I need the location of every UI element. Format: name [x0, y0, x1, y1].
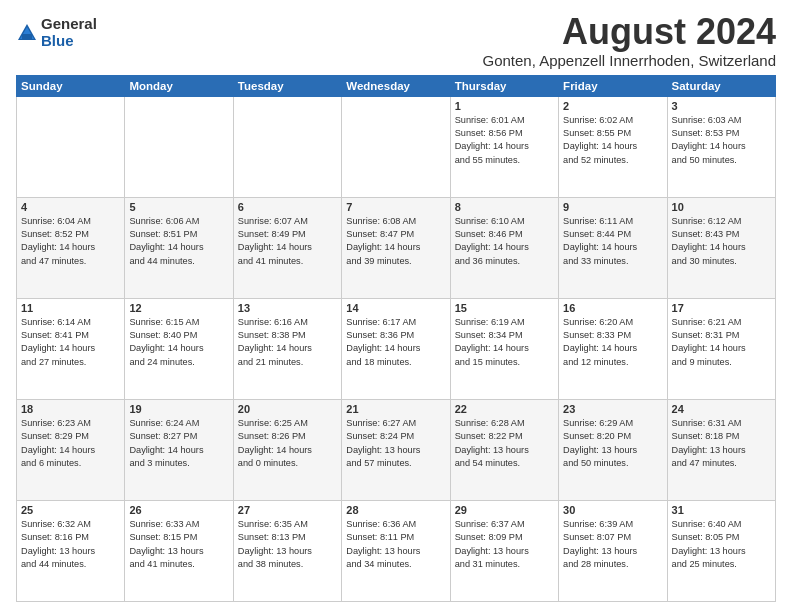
day-info: Sunrise: 6:37 AM Sunset: 8:09 PM Dayligh…: [455, 518, 554, 571]
day-number: 15: [455, 302, 554, 314]
day-number: 28: [346, 504, 445, 516]
day-cell: 27Sunrise: 6:35 AM Sunset: 8:13 PM Dayli…: [233, 500, 341, 601]
day-info: Sunrise: 6:17 AM Sunset: 8:36 PM Dayligh…: [346, 316, 445, 369]
day-header-thursday: Thursday: [450, 75, 558, 96]
logo-blue: Blue: [41, 33, 97, 50]
day-info: Sunrise: 6:29 AM Sunset: 8:20 PM Dayligh…: [563, 417, 662, 470]
day-number: 4: [21, 201, 120, 213]
day-number: 13: [238, 302, 337, 314]
location-title: Gonten, Appenzell Innerrhoden, Switzerla…: [482, 52, 776, 69]
calendar: SundayMondayTuesdayWednesdayThursdayFrid…: [16, 75, 776, 602]
day-number: 25: [21, 504, 120, 516]
day-info: Sunrise: 6:39 AM Sunset: 8:07 PM Dayligh…: [563, 518, 662, 571]
day-cell: 2Sunrise: 6:02 AM Sunset: 8:55 PM Daylig…: [559, 96, 667, 197]
day-info: Sunrise: 6:28 AM Sunset: 8:22 PM Dayligh…: [455, 417, 554, 470]
header-row: SundayMondayTuesdayWednesdayThursdayFrid…: [17, 75, 776, 96]
day-number: 18: [21, 403, 120, 415]
day-info: Sunrise: 6:03 AM Sunset: 8:53 PM Dayligh…: [672, 114, 771, 167]
day-info: Sunrise: 6:25 AM Sunset: 8:26 PM Dayligh…: [238, 417, 337, 470]
day-info: Sunrise: 6:10 AM Sunset: 8:46 PM Dayligh…: [455, 215, 554, 268]
day-number: 14: [346, 302, 445, 314]
header: General Blue August 2024 Gonten, Appenze…: [16, 12, 776, 69]
day-cell: 13Sunrise: 6:16 AM Sunset: 8:38 PM Dayli…: [233, 298, 341, 399]
day-info: Sunrise: 6:15 AM Sunset: 8:40 PM Dayligh…: [129, 316, 228, 369]
svg-rect-2: [22, 34, 32, 39]
day-cell: 30Sunrise: 6:39 AM Sunset: 8:07 PM Dayli…: [559, 500, 667, 601]
logo: General Blue: [16, 16, 97, 49]
day-number: 5: [129, 201, 228, 213]
page: General Blue August 2024 Gonten, Appenze…: [0, 0, 792, 612]
day-cell: 18Sunrise: 6:23 AM Sunset: 8:29 PM Dayli…: [17, 399, 125, 500]
day-cell: 1Sunrise: 6:01 AM Sunset: 8:56 PM Daylig…: [450, 96, 558, 197]
week-row-3: 18Sunrise: 6:23 AM Sunset: 8:29 PM Dayli…: [17, 399, 776, 500]
day-info: Sunrise: 6:08 AM Sunset: 8:47 PM Dayligh…: [346, 215, 445, 268]
week-row-0: 1Sunrise: 6:01 AM Sunset: 8:56 PM Daylig…: [17, 96, 776, 197]
day-number: 21: [346, 403, 445, 415]
day-cell: 23Sunrise: 6:29 AM Sunset: 8:20 PM Dayli…: [559, 399, 667, 500]
day-cell: [233, 96, 341, 197]
logo-icon: [16, 22, 38, 44]
day-cell: 3Sunrise: 6:03 AM Sunset: 8:53 PM Daylig…: [667, 96, 775, 197]
logo-text: General Blue: [41, 16, 97, 49]
day-info: Sunrise: 6:07 AM Sunset: 8:49 PM Dayligh…: [238, 215, 337, 268]
day-cell: 12Sunrise: 6:15 AM Sunset: 8:40 PM Dayli…: [125, 298, 233, 399]
day-cell: 9Sunrise: 6:11 AM Sunset: 8:44 PM Daylig…: [559, 197, 667, 298]
day-cell: 8Sunrise: 6:10 AM Sunset: 8:46 PM Daylig…: [450, 197, 558, 298]
day-header-saturday: Saturday: [667, 75, 775, 96]
day-cell: 28Sunrise: 6:36 AM Sunset: 8:11 PM Dayli…: [342, 500, 450, 601]
day-cell: 4Sunrise: 6:04 AM Sunset: 8:52 PM Daylig…: [17, 197, 125, 298]
day-cell: 6Sunrise: 6:07 AM Sunset: 8:49 PM Daylig…: [233, 197, 341, 298]
day-cell: 11Sunrise: 6:14 AM Sunset: 8:41 PM Dayli…: [17, 298, 125, 399]
day-cell: 25Sunrise: 6:32 AM Sunset: 8:16 PM Dayli…: [17, 500, 125, 601]
day-number: 27: [238, 504, 337, 516]
day-cell: 7Sunrise: 6:08 AM Sunset: 8:47 PM Daylig…: [342, 197, 450, 298]
day-cell: 20Sunrise: 6:25 AM Sunset: 8:26 PM Dayli…: [233, 399, 341, 500]
day-cell: 10Sunrise: 6:12 AM Sunset: 8:43 PM Dayli…: [667, 197, 775, 298]
week-row-1: 4Sunrise: 6:04 AM Sunset: 8:52 PM Daylig…: [17, 197, 776, 298]
day-number: 2: [563, 100, 662, 112]
day-number: 29: [455, 504, 554, 516]
month-title: August 2024: [482, 12, 776, 52]
day-number: 8: [455, 201, 554, 213]
day-header-sunday: Sunday: [17, 75, 125, 96]
day-info: Sunrise: 6:40 AM Sunset: 8:05 PM Dayligh…: [672, 518, 771, 571]
day-header-tuesday: Tuesday: [233, 75, 341, 96]
day-info: Sunrise: 6:01 AM Sunset: 8:56 PM Dayligh…: [455, 114, 554, 167]
day-cell: 21Sunrise: 6:27 AM Sunset: 8:24 PM Dayli…: [342, 399, 450, 500]
day-info: Sunrise: 6:16 AM Sunset: 8:38 PM Dayligh…: [238, 316, 337, 369]
title-block: August 2024 Gonten, Appenzell Innerrhode…: [482, 12, 776, 69]
day-number: 7: [346, 201, 445, 213]
day-cell: 29Sunrise: 6:37 AM Sunset: 8:09 PM Dayli…: [450, 500, 558, 601]
day-info: Sunrise: 6:31 AM Sunset: 8:18 PM Dayligh…: [672, 417, 771, 470]
day-info: Sunrise: 6:06 AM Sunset: 8:51 PM Dayligh…: [129, 215, 228, 268]
day-info: Sunrise: 6:11 AM Sunset: 8:44 PM Dayligh…: [563, 215, 662, 268]
day-cell: 22Sunrise: 6:28 AM Sunset: 8:22 PM Dayli…: [450, 399, 558, 500]
day-info: Sunrise: 6:04 AM Sunset: 8:52 PM Dayligh…: [21, 215, 120, 268]
day-number: 6: [238, 201, 337, 213]
day-info: Sunrise: 6:19 AM Sunset: 8:34 PM Dayligh…: [455, 316, 554, 369]
day-info: Sunrise: 6:14 AM Sunset: 8:41 PM Dayligh…: [21, 316, 120, 369]
day-header-wednesday: Wednesday: [342, 75, 450, 96]
day-cell: 19Sunrise: 6:24 AM Sunset: 8:27 PM Dayli…: [125, 399, 233, 500]
day-number: 11: [21, 302, 120, 314]
day-cell: 17Sunrise: 6:21 AM Sunset: 8:31 PM Dayli…: [667, 298, 775, 399]
day-number: 24: [672, 403, 771, 415]
day-info: Sunrise: 6:33 AM Sunset: 8:15 PM Dayligh…: [129, 518, 228, 571]
day-info: Sunrise: 6:32 AM Sunset: 8:16 PM Dayligh…: [21, 518, 120, 571]
day-cell: 31Sunrise: 6:40 AM Sunset: 8:05 PM Dayli…: [667, 500, 775, 601]
day-number: 19: [129, 403, 228, 415]
day-info: Sunrise: 6:20 AM Sunset: 8:33 PM Dayligh…: [563, 316, 662, 369]
day-number: 9: [563, 201, 662, 213]
day-cell: [17, 96, 125, 197]
day-info: Sunrise: 6:35 AM Sunset: 8:13 PM Dayligh…: [238, 518, 337, 571]
day-info: Sunrise: 6:36 AM Sunset: 8:11 PM Dayligh…: [346, 518, 445, 571]
day-number: 17: [672, 302, 771, 314]
day-info: Sunrise: 6:02 AM Sunset: 8:55 PM Dayligh…: [563, 114, 662, 167]
day-header-monday: Monday: [125, 75, 233, 96]
day-cell: 16Sunrise: 6:20 AM Sunset: 8:33 PM Dayli…: [559, 298, 667, 399]
day-number: 20: [238, 403, 337, 415]
day-number: 16: [563, 302, 662, 314]
day-number: 30: [563, 504, 662, 516]
day-cell: [342, 96, 450, 197]
day-number: 22: [455, 403, 554, 415]
